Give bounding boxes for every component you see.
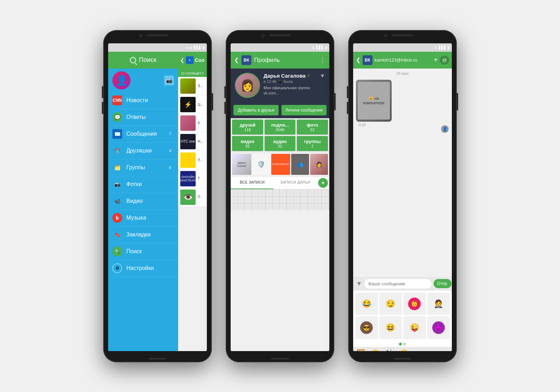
- message-input[interactable]: [364, 279, 432, 288]
- vk-logo-3: ВК: [363, 55, 372, 65]
- menu-item-messages[interactable]: ✉️ Сообщения 7: [108, 126, 178, 143]
- stat-video[interactable]: видео 55: [232, 136, 263, 151]
- menu-item-bookmarks[interactable]: 🔖 Закладки: [108, 227, 178, 243]
- power-btn-1: [212, 93, 213, 111]
- expand-icon[interactable]: ▼: [320, 73, 325, 98]
- menu-item-friends[interactable]: ✂️ Друзяшки 4: [108, 143, 178, 159]
- bookmarks-icon: 🔖: [112, 230, 122, 240]
- battery-icon: ▮: [203, 45, 205, 49]
- stat-groups[interactable]: группы 2: [297, 136, 328, 151]
- profile-buttons: Добавить в друзья Личное сообщение: [231, 102, 329, 118]
- list-item[interactable]: 👁️ П: [178, 188, 207, 207]
- vol-up-3: [347, 86, 348, 98]
- list-item[interactable]: 4: [178, 114, 207, 133]
- menu-item-news[interactable]: CNN Новости: [108, 92, 178, 109]
- emoji-icon[interactable]: 😊: [371, 349, 380, 351]
- menu-item-groups[interactable]: 🗂️ Группы 6: [108, 159, 178, 176]
- phone-3: ▲ ▌▌▌ ▮ ❮ ВК kamish123@inbox.ru + @ 25 м…: [348, 30, 457, 362]
- news-text-1: S...: [198, 84, 205, 88]
- vol-up-1: [102, 86, 103, 98]
- friends-label: Друзяшки: [126, 148, 162, 154]
- list-item[interactable]: ⚡ Ц...: [178, 95, 207, 114]
- expand-icon[interactable]: ▼: [356, 280, 362, 287]
- sticker-1[interactable]: 😂: [355, 293, 378, 315]
- menu-item-photos[interactable]: 📷 Фотки: [108, 176, 178, 193]
- search-label-menu: Поиск: [126, 248, 174, 255]
- thumb-3: [180, 115, 196, 131]
- sticker-4[interactable]: 🤵: [427, 293, 450, 315]
- message-image[interactable]: 🐱 на компьютере: [356, 80, 392, 122]
- menu-item-video[interactable]: 📹 Видео: [108, 193, 178, 210]
- phone-screen-1: ▲▲ ▌▌▌ ▮ Поиск 👤 📷: [108, 43, 207, 351]
- phone-2: ▲ ▌▌▌ ▮ ❮ ВК Профиль ⋮ 👩 Дарья Сагалова …: [226, 30, 334, 362]
- msg-add-btn[interactable]: +: [434, 56, 438, 64]
- msg-topbar: ❮ ВК kamish123@inbox.ru + @: [353, 52, 452, 69]
- settings-label: Настройки: [126, 265, 174, 271]
- camera-icon[interactable]: 📷: [164, 76, 174, 85]
- tab-darya-posts[interactable]: ЗАПИСИ ДАРЬИ: [274, 177, 317, 189]
- home-btn-2[interactable]: [271, 358, 289, 359]
- power-btn-3: [457, 93, 458, 111]
- stat-subs[interactable]: подпи... 264K: [265, 120, 296, 135]
- msg-back-btn[interactable]: ❮: [356, 57, 360, 63]
- stat-friends[interactable]: друзей 118: [232, 120, 263, 135]
- sticker-8[interactable]: 😈: [427, 316, 450, 339]
- news-text-7: П: [198, 195, 205, 199]
- sport-icon[interactable]: ⚽: [385, 349, 394, 351]
- groups-label: Группы: [126, 164, 162, 171]
- add-post-btn[interactable]: +: [321, 180, 324, 186]
- phone-screen-3: ▲ ▌▌▌ ▮ ❮ ВК kamish123@inbox.ru + @ 25 м…: [353, 43, 452, 351]
- user-avatar[interactable]: 👤: [112, 71, 131, 90]
- msg-date: 25 мая: [353, 69, 452, 78]
- sticker-5[interactable]: 😎: [355, 316, 378, 339]
- photo-4[interactable]: 👥: [291, 154, 309, 175]
- menu-dots[interactable]: ⋮: [320, 56, 326, 64]
- msg-at-btn[interactable]: @: [440, 56, 449, 65]
- gallery-icon[interactable]: 🖼️: [357, 349, 365, 351]
- bookmarks-label: Закладки: [126, 231, 174, 238]
- profile-bio: Моя официальная группа: vk.com...: [264, 85, 316, 96]
- send-button[interactable]: Отпр.: [434, 279, 451, 288]
- news-label: Новости: [126, 97, 174, 104]
- menu-item-music[interactable]: b Музыка: [108, 210, 178, 227]
- music-icon: b: [112, 213, 122, 223]
- photo-3[interactable]: 8-495-504-47: [271, 154, 290, 175]
- stat-photos[interactable]: фото 52: [297, 120, 328, 135]
- photo-5[interactable]: 👩: [310, 154, 328, 175]
- menu-item-answers[interactable]: 💬 Ответы: [108, 109, 178, 126]
- list-item[interactable]: ОНЛАЙНКИНОТЕАТР Т: [178, 170, 207, 188]
- add-friend-btn[interactable]: Добавить в друзья: [233, 105, 279, 115]
- groups-icon: 🗂️: [112, 163, 122, 172]
- list-item[interactable]: S...: [178, 77, 207, 95]
- home-btn-1[interactable]: [149, 358, 166, 359]
- home-btn-3[interactable]: [394, 358, 411, 359]
- photo-2[interactable]: 🛡️: [252, 154, 270, 175]
- photo-1[interactable]: ДарьяСагало: [232, 154, 251, 175]
- phone-camera-1: [139, 34, 142, 37]
- sticker-2[interactable]: 😏: [379, 293, 402, 315]
- panel2-title: Coo: [195, 57, 204, 63]
- list-item[interactable]: HTC one Н...: [178, 133, 207, 151]
- thumb-5: ⚡: [180, 152, 196, 168]
- sticker-6[interactable]: 😆: [379, 316, 402, 339]
- profile-time: в 12:46 📱 была: [264, 79, 316, 84]
- menu-item-search[interactable]: 🔍 Поиск: [108, 243, 178, 260]
- vol-down-3: [347, 102, 348, 114]
- sticker-3[interactable]: 👶: [403, 293, 426, 315]
- meme-icon[interactable]: 😂: [400, 349, 408, 351]
- stat-video-label: видео: [233, 139, 262, 144]
- answers-icon: 💬: [112, 112, 122, 122]
- message-btn[interactable]: Личное сообщение: [281, 105, 327, 115]
- stat-audio[interactable]: аудио 32: [265, 136, 296, 151]
- thumb-7: 👁️: [180, 190, 196, 205]
- tab-all-posts[interactable]: ВСЕ ЗАПИСИ: [231, 177, 274, 189]
- menu-topbar[interactable]: Поиск: [108, 52, 178, 69]
- sticker-7[interactable]: 😜: [403, 316, 426, 339]
- back-btn[interactable]: ❮: [234, 57, 239, 63]
- wall-background: [231, 189, 329, 210]
- menu-item-settings[interactable]: ⚙ Настройки: [108, 260, 178, 277]
- list-item[interactable]: ⚡ У...: [178, 151, 207, 170]
- profile-name: Дарья Сагалова ✓: [264, 73, 316, 79]
- search-label: Поиск: [139, 56, 156, 64]
- profile-title: Профиль: [254, 57, 317, 64]
